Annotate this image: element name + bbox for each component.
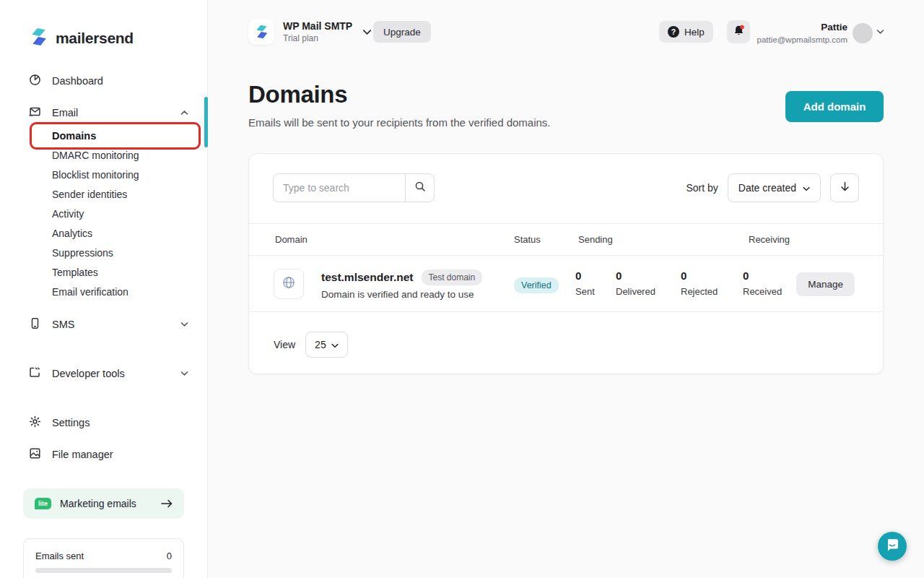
sidebar-item-sender-identities[interactable]: Sender identities [52,185,127,204]
sidebar-item-label: Developer tools [52,368,125,379]
sidebar-item-activity[interactable]: Activity [52,204,84,223]
help-label: Help [684,27,705,38]
stat-label: Rejected [681,286,718,297]
dashboard-icon [29,74,41,88]
sidebar-item-domains[interactable]: Domains [52,126,96,145]
table-row: test.mlsender.net Test domain Domain is … [249,256,883,312]
user-name: Pattie [751,22,847,33]
emails-sent-progress-bar [35,568,172,573]
search-icon [414,181,426,195]
user-email: pattie@wpmailsmtp.com [751,35,847,44]
account-switcher[interactable]: WP Mail SMTP Trial plan [248,19,372,45]
view-label: View [274,339,295,350]
chevron-down-icon[interactable] [876,29,884,35]
account-logo [248,19,274,45]
sidebar-item-label: Email [52,107,78,118]
sidebar-item-settings[interactable]: Settings [29,413,188,432]
domain-avatar [274,269,304,299]
stat-label: Received [743,286,782,297]
sidebar-item-label: Dashboard [52,75,103,87]
help-button[interactable]: ? Help [659,21,713,43]
stat-label: Delivered [616,286,655,297]
emails-sent-value: 0 [167,551,172,561]
email-icon [29,105,41,120]
search-button[interactable] [405,174,434,202]
column-header-domain: Domain [275,234,308,245]
sort-select[interactable]: Date created [728,173,821,202]
verified-status-badge: Verified [514,277,559,293]
sidebar-item-label: Settings [52,417,90,428]
add-domain-button[interactable]: Add domain [785,91,884,122]
stat-label: Sent [575,286,595,297]
stat-rejected: 0 Rejected [681,269,718,297]
stat-value: 0 [616,269,655,282]
sidebar-item-developer-tools[interactable]: Developer tools [29,364,188,383]
domains-card: Sort by Date created Domain Status Sendi… [248,153,884,374]
sidebar-item-blocklist-monitoring[interactable]: Blocklist monitoring [52,165,139,184]
notifications-button[interactable] [727,20,750,43]
stat-sent: 0 Sent [575,269,595,297]
marketing-emails-banner[interactable]: lite Marketing emails [23,488,184,519]
stat-value: 0 [575,269,595,282]
sidebar-item-dmarc-monitoring[interactable]: DMARC monitoring [52,146,139,165]
gear-icon [29,415,41,430]
stat-value: 0 [681,269,718,282]
sort-by-label: Sort by [686,182,718,194]
sidebar-item-email-verification[interactable]: Email verification [52,282,128,301]
avatar[interactable] [853,23,873,43]
sidebar-item-dashboard[interactable]: Dashboard [29,72,188,90]
sort-controls: Sort by Date created [686,173,859,202]
column-header-status: Status [514,234,541,245]
page-subtitle: Emails will be sent to your recipients f… [248,116,551,129]
sidebar-item-analytics[interactable]: Analytics [52,224,92,243]
search-input[interactable] [274,174,405,202]
brand-wordmark: mailersend [56,30,134,47]
sidebar-item-sms[interactable]: SMS [29,315,188,334]
sidebar-item-suppressions[interactable]: Suppressions [52,243,113,262]
sidebar-item-label: SMS [52,319,74,330]
phone-icon [29,317,41,332]
stat-delivered: 0 Delivered [616,269,655,297]
bell-icon [733,25,745,39]
domain-name[interactable]: test.mlsender.net [321,271,414,284]
sidebar-item-templates[interactable]: Templates [52,263,98,282]
upgrade-button[interactable]: Upgrade [373,21,431,43]
manage-button[interactable]: Manage [796,272,855,296]
emails-sent-label: Emails sent [35,551,84,561]
brand-logo[interactable]: mailersend [29,27,134,49]
chat-icon [884,537,900,556]
page-title: Domains [248,81,347,108]
chevron-up-icon [180,110,188,116]
globe-icon [282,275,296,293]
sidebar: mailersend Dashboard Email Domains DMARC… [0,0,208,578]
test-domain-badge: Test domain [422,269,483,285]
integrations-icon [29,366,41,381]
arrow-down-icon [840,181,850,194]
chevron-down-icon [331,339,339,350]
domain-description: Domain is verified and ready to use [321,289,474,300]
chevron-down-icon [180,371,188,376]
image-icon [29,447,41,462]
chat-launcher-button[interactable] [878,532,907,561]
sidebar-item-email[interactable]: Email [29,103,188,122]
sidebar-item-label: File manager [52,449,113,460]
usage-card: Emails sent 0 [23,538,184,578]
pagination-controls: View 25 [274,332,348,358]
active-section-indicator [204,97,208,147]
chevron-down-icon [180,322,188,327]
search-group [273,173,435,202]
page-size-select[interactable]: 25 [305,332,348,358]
chevron-down-icon [803,182,810,194]
arrow-right-icon [161,499,173,508]
user-menu[interactable]: Pattie pattie@wpmailsmtp.com [751,22,847,44]
sort-value: Date created [738,182,796,194]
column-header-receiving: Receiving [749,234,790,245]
column-header-sending: Sending [578,234,613,245]
chevron-down-icon [362,29,372,35]
sidebar-item-file-manager[interactable]: File manager [29,445,188,464]
mailersend-bolt-icon [29,27,48,49]
stat-value: 0 [743,269,782,282]
sort-direction-button[interactable] [830,173,859,202]
marketing-emails-label: Marketing emails [60,498,136,509]
table-header-row: Domain Status Sending Receiving [249,223,883,256]
